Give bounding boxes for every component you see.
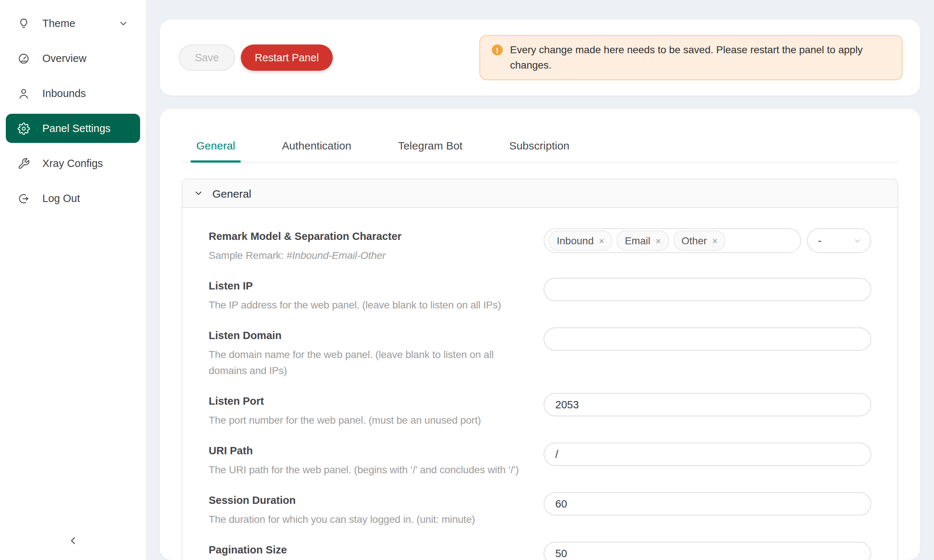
toolbar-card: Save Restart Panel ! Every change made h… bbox=[160, 20, 920, 95]
sidebar-collapse-button[interactable] bbox=[0, 529, 146, 554]
chevron-down-icon bbox=[118, 18, 128, 28]
field-texts: Remark Model & Separation CharacterSampl… bbox=[209, 228, 544, 263]
field-label: Listen Domain bbox=[209, 328, 522, 343]
tag-inbound[interactable]: Inbound× bbox=[549, 231, 612, 251]
user-icon bbox=[17, 87, 30, 100]
field-row-listen-port: Listen PortThe port number for the web p… bbox=[209, 393, 871, 428]
remove-tag-icon[interactable]: × bbox=[712, 236, 718, 245]
general-collapse-header[interactable]: General bbox=[182, 179, 897, 208]
field-control bbox=[544, 278, 871, 313]
chevron-down-icon bbox=[853, 236, 862, 245]
wrench-icon bbox=[17, 157, 30, 169]
remove-tag-icon[interactable]: × bbox=[655, 236, 661, 245]
field-texts: Listen DomainThe domain name for the web… bbox=[209, 328, 544, 378]
sidebar-item-label: Overview bbox=[42, 52, 86, 64]
tab-label: Telegram Bot bbox=[398, 139, 462, 152]
tab-label: General bbox=[196, 139, 235, 152]
sidebar-item-theme[interactable]: Theme bbox=[6, 9, 140, 38]
field-label: Listen IP bbox=[209, 278, 522, 294]
session-duration-input[interactable] bbox=[544, 492, 871, 515]
bulb-icon bbox=[17, 17, 30, 29]
tag-other[interactable]: Other× bbox=[674, 231, 726, 251]
field-label: URI Path bbox=[209, 443, 522, 458]
field-hint: The URI path for the web panel. (begins … bbox=[209, 462, 522, 478]
remark-model-tags-input[interactable]: Inbound×Email×Other× bbox=[544, 228, 801, 253]
field-texts: Listen PortThe port number for the web p… bbox=[209, 393, 544, 428]
tag-label: Other bbox=[681, 235, 707, 246]
field-row-session-duration: Session DurationThe duration for which y… bbox=[209, 492, 871, 527]
restart-panel-button[interactable]: Restart Panel bbox=[241, 45, 333, 71]
field-control bbox=[544, 393, 871, 428]
chevron-left-icon bbox=[68, 535, 79, 549]
field-control: Inbound×Email×Other×- bbox=[544, 228, 871, 263]
tab-label: Subscription bbox=[509, 139, 570, 152]
alert-text: Every change made here needs to be saved… bbox=[510, 42, 890, 73]
field-control bbox=[544, 328, 871, 378]
sidebar-item-inbounds[interactable]: Inbounds bbox=[6, 79, 140, 108]
tag-email[interactable]: Email× bbox=[617, 231, 669, 251]
sidebar-item-label: Inbounds bbox=[42, 88, 86, 99]
general-form: Remark Model & Separation CharacterSampl… bbox=[182, 208, 897, 560]
settings-card: GeneralAuthenticationTelegram BotSubscri… bbox=[160, 109, 920, 560]
tab-authentication[interactable]: Authentication bbox=[276, 128, 357, 162]
sidebar-item-label: Log Out bbox=[42, 192, 80, 204]
pagination-size-input[interactable] bbox=[544, 542, 871, 560]
separator-select[interactable]: - bbox=[807, 228, 871, 253]
sidebar-item-overview[interactable]: Overview bbox=[6, 44, 140, 73]
field-hint: Sample Remark: #Inbound-Email-Other bbox=[209, 247, 522, 263]
field-row-remark-model-separation-character: Remark Model & Separation CharacterSampl… bbox=[209, 228, 871, 263]
listen-port-input[interactable] bbox=[544, 393, 871, 416]
field-texts: Listen IPThe IP address for the web pane… bbox=[209, 278, 544, 313]
field-texts: Pagination Size bbox=[209, 542, 544, 560]
sidebar-menu: ThemeOverviewInboundsPanel SettingsXray … bbox=[0, 0, 146, 219]
main-content: Save Restart Panel ! Every change made h… bbox=[146, 0, 934, 560]
tab-subscription[interactable]: Subscription bbox=[504, 128, 575, 162]
tab-label: Authentication bbox=[282, 139, 351, 152]
field-label: Session Duration bbox=[209, 492, 522, 508]
remove-tag-icon[interactable]: × bbox=[599, 236, 604, 245]
gear-icon bbox=[17, 122, 30, 135]
logout-icon bbox=[17, 192, 30, 205]
field-hint: The duration for which you can stay logg… bbox=[209, 511, 522, 527]
listen-domain-input[interactable] bbox=[544, 328, 871, 351]
warning-alert: ! Every change made here needs to be sav… bbox=[479, 35, 903, 80]
general-collapse-panel: General Remark Model & Separation Charac… bbox=[182, 178, 898, 560]
tab-bar: GeneralAuthenticationTelegram BotSubscri… bbox=[182, 128, 898, 163]
field-hint: The port number for the web panel. (must… bbox=[209, 412, 522, 428]
sidebar-item-panel-settings[interactable]: Panel Settings bbox=[6, 114, 140, 143]
tag-label: Inbound bbox=[557, 235, 593, 246]
listen-ip-input[interactable] bbox=[544, 278, 871, 301]
sidebar-item-log-out[interactable]: Log Out bbox=[6, 184, 140, 213]
warning-icon: ! bbox=[492, 45, 503, 55]
sidebar-item-label: Panel Settings bbox=[42, 123, 111, 134]
field-row-pagination-size: Pagination Size bbox=[209, 542, 871, 560]
chevron-down-icon bbox=[194, 189, 203, 198]
field-hint: The IP address for the web panel. (leave… bbox=[209, 297, 522, 313]
sidebar-item-label: Xray Configs bbox=[42, 157, 103, 169]
field-row-listen-domain: Listen DomainThe domain name for the web… bbox=[209, 328, 871, 378]
field-control bbox=[544, 443, 871, 478]
field-texts: Session DurationThe duration for which y… bbox=[209, 492, 544, 527]
app-root: ThemeOverviewInboundsPanel SettingsXray … bbox=[0, 0, 934, 560]
field-row-listen-ip: Listen IPThe IP address for the web pane… bbox=[209, 278, 871, 313]
field-control bbox=[544, 542, 871, 560]
sidebar: ThemeOverviewInboundsPanel SettingsXray … bbox=[0, 0, 146, 560]
field-control bbox=[544, 492, 871, 527]
field-row-uri-path: URI PathThe URI path for the web panel. … bbox=[209, 443, 871, 478]
sidebar-item-xray-configs[interactable]: Xray Configs bbox=[6, 149, 140, 178]
save-button[interactable]: Save bbox=[179, 45, 235, 71]
field-label: Pagination Size bbox=[209, 542, 522, 558]
active-tab-ink-bar bbox=[190, 160, 241, 163]
tag-label: Email bbox=[624, 235, 650, 246]
collapse-title: General bbox=[212, 187, 251, 199]
field-hint: The domain name for the web panel. (leav… bbox=[209, 346, 522, 378]
tab-general[interactable]: General bbox=[190, 128, 241, 162]
field-label: Remark Model & Separation Character bbox=[209, 228, 522, 244]
field-texts: URI PathThe URI path for the web panel. … bbox=[209, 443, 544, 478]
dashboard-icon bbox=[17, 52, 30, 65]
separator-select-value: - bbox=[818, 235, 821, 246]
sidebar-item-label: Theme bbox=[42, 17, 75, 29]
uri-path-input[interactable] bbox=[544, 443, 871, 466]
field-label: Listen Port bbox=[209, 393, 522, 409]
tab-telegram-bot[interactable]: Telegram Bot bbox=[392, 128, 469, 162]
